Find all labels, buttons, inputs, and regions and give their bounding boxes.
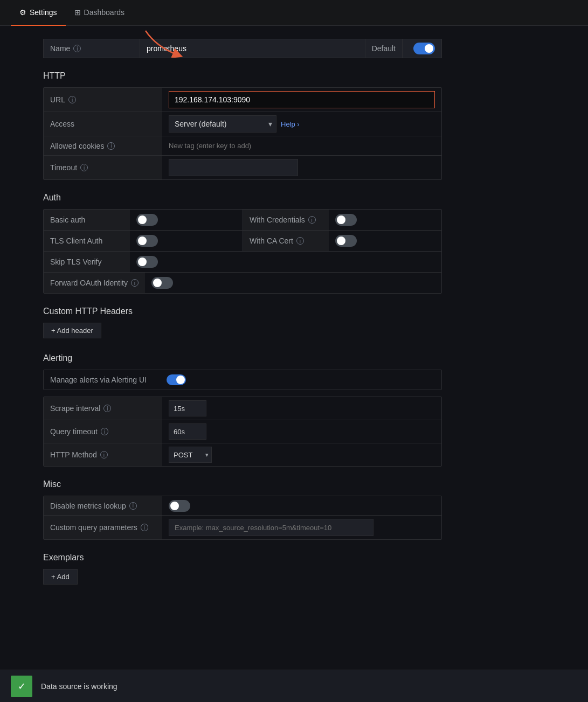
custom-query-input[interactable]: [169, 519, 373, 536]
scrape-interval-row: Scrape interval i: [44, 397, 441, 420]
default-label: Default: [365, 39, 403, 58]
alerting-container: Alerting Manage alerts via Alerting UI S…: [43, 353, 442, 467]
timeout-info-icon[interactable]: i: [80, 164, 88, 171]
help-link[interactable]: Help ›: [281, 120, 300, 128]
with-ca-cert-info-icon[interactable]: i: [296, 237, 304, 245]
scrape-interval-info-icon[interactable]: i: [103, 405, 111, 412]
tab-settings[interactable]: ⚙ Settings: [11, 0, 66, 26]
allowed-cookies-label: Allowed cookies i: [44, 136, 162, 155]
custom-query-info-icon[interactable]: i: [141, 524, 148, 531]
status-text: Data source is working: [41, 682, 117, 691]
misc-container: Misc Disable metrics lookup i Custom que…: [43, 479, 442, 540]
disable-metrics-info-icon[interactable]: i: [129, 502, 137, 510]
forward-oauth-toggle-cell: [145, 273, 441, 293]
scrape-interval-input[interactable]: [169, 400, 206, 416]
name-info-icon[interactable]: i: [73, 45, 81, 52]
auth-row-basic: Basic auth With Credentials i: [44, 210, 441, 231]
access-select-wrapper: Server (default) Browser: [169, 115, 276, 133]
query-timeout-label: Query timeout i: [44, 420, 162, 443]
alerting-heading: Alerting: [43, 353, 442, 363]
disable-metrics-label: Disable metrics lookup i: [44, 496, 162, 515]
with-credentials-label: With Credentials i: [243, 210, 329, 230]
tls-client-auth-toggle[interactable]: [136, 235, 158, 247]
scrape-interval-value: [162, 397, 441, 420]
tls-client-auth-toggle-cell: [130, 231, 243, 251]
with-ca-cert-toggle-cell: [329, 231, 441, 251]
custom-headers-container: Custom HTTP Headers + Add header: [43, 307, 442, 338]
http-method-info-icon[interactable]: i: [100, 451, 108, 458]
forward-oauth-info-icon[interactable]: i: [131, 279, 139, 287]
main-content: Name i Default HTTP URL i: [0, 26, 485, 649]
access-value: Server (default) Browser Help ›: [162, 112, 441, 136]
skip-tls-toggle[interactable]: [136, 256, 158, 268]
forward-oauth-toggle[interactable]: [151, 277, 173, 289]
query-timeout-info-icon[interactable]: i: [101, 428, 108, 435]
disable-metrics-toggle[interactable]: [169, 500, 190, 512]
http-method-row: HTTP Method i GET POST: [44, 443, 441, 466]
with-ca-cert-toggle[interactable]: [335, 235, 357, 247]
basic-auth-toggle-cell: [130, 210, 243, 230]
name-row: Name i Default: [43, 39, 442, 58]
manage-alerts-toggle[interactable]: [167, 374, 186, 385]
with-credentials-info-icon[interactable]: i: [308, 216, 316, 224]
query-timeout-input[interactable]: [169, 423, 206, 440]
skip-tls-label: Skip TLS Verify: [44, 252, 130, 272]
status-icon: ✓: [11, 676, 32, 697]
add-exemplar-button[interactable]: + Add: [43, 569, 78, 585]
url-label: URL i: [44, 88, 162, 112]
timeout-input[interactable]: [169, 159, 298, 176]
basic-auth-toggle[interactable]: [136, 214, 158, 226]
default-toggle[interactable]: [413, 43, 435, 54]
query-timeout-value: [162, 420, 441, 443]
auth-section-heading: Auth: [43, 193, 442, 203]
tls-client-auth-label: TLS Client Auth: [44, 231, 130, 251]
url-row: URL i: [44, 88, 441, 112]
skip-tls-toggle-cell: [130, 252, 441, 272]
basic-auth-label: Basic auth: [44, 210, 130, 230]
http-section: URL i Access Server (default) Browser: [43, 87, 442, 180]
url-info-icon[interactable]: i: [68, 96, 76, 103]
auth-section: Basic auth With Credentials i TLS Client…: [43, 209, 442, 294]
access-row: Access Server (default) Browser Help ›: [44, 112, 441, 136]
exemplars-heading: Exemplars: [43, 553, 442, 562]
custom-query-row: Custom query parameters i: [44, 516, 441, 539]
custom-query-value: [162, 516, 441, 539]
forward-oauth-label: Forward OAuth Identity i: [44, 273, 145, 293]
allowed-cookies-info-icon[interactable]: i: [107, 142, 115, 150]
status-bar: ✓ Data source is working: [0, 670, 588, 702]
manage-alerts-row: Manage alerts via Alerting UI: [44, 370, 441, 390]
allowed-cookies-input[interactable]: [169, 142, 435, 150]
access-select[interactable]: Server (default) Browser: [169, 115, 276, 133]
with-credentials-toggle[interactable]: [335, 214, 357, 226]
allowed-cookies-value: [162, 138, 441, 153]
auth-row-forward-oauth: Forward OAuth Identity i: [44, 273, 441, 293]
custom-query-label: Custom query parameters i: [44, 516, 162, 539]
http-section-heading: HTTP: [43, 71, 442, 81]
url-value: [162, 88, 441, 112]
http-method-select[interactable]: GET POST: [169, 447, 212, 463]
http-method-wrapper: GET POST: [169, 447, 212, 463]
query-timeout-row: Query timeout i: [44, 420, 441, 443]
url-input[interactable]: [169, 91, 435, 108]
tab-dashboards[interactable]: ⊞ Dashboards: [66, 0, 134, 26]
name-label-field: Name i: [43, 39, 140, 58]
alerting-section: Manage alerts via Alerting UI: [43, 370, 442, 390]
default-toggle-container: [403, 39, 442, 58]
custom-headers-heading: Custom HTTP Headers: [43, 307, 442, 316]
misc-heading: Misc: [43, 479, 442, 489]
with-ca-cert-label: With CA Cert i: [243, 231, 329, 251]
auth-row-skip-tls: Skip TLS Verify: [44, 252, 441, 273]
name-input[interactable]: [140, 39, 365, 58]
timeout-row: Timeout i: [44, 156, 441, 179]
settings-icon: ⚙: [19, 8, 26, 17]
scrape-section: Scrape interval i Query timeout i: [43, 397, 442, 467]
disable-metrics-toggle-cell: [162, 497, 441, 515]
disable-metrics-row: Disable metrics lookup i: [44, 496, 441, 516]
http-method-label: HTTP Method i: [44, 443, 162, 466]
timeout-label: Timeout i: [44, 156, 162, 179]
http-method-value: GET POST: [162, 443, 441, 466]
manage-alerts-label: Manage alerts via Alerting UI: [50, 376, 158, 384]
scrape-interval-label: Scrape interval i: [44, 397, 162, 420]
add-header-button[interactable]: + Add header: [43, 323, 101, 338]
nav-bar: ⚙ Settings ⊞ Dashboards: [0, 0, 588, 26]
